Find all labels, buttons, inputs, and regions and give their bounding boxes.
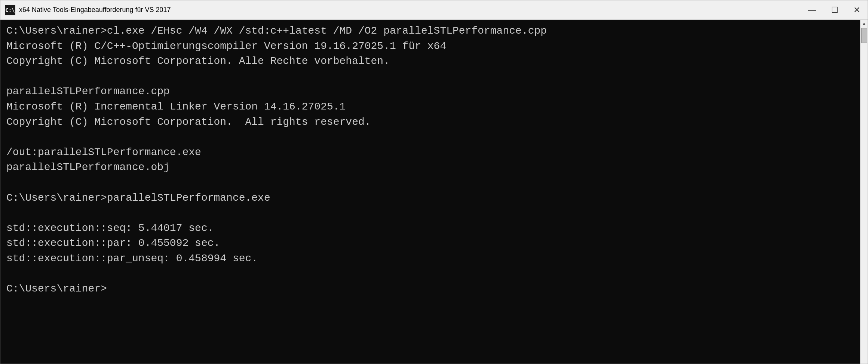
scroll-up-arrow[interactable]: ▲	[861, 20, 868, 27]
terminal-output[interactable]: C:\Users\rainer>cl.exe /EHsc /W4 /WX /st…	[0, 20, 860, 364]
window-controls: — ☐ ✕	[805, 4, 863, 16]
minimize-button[interactable]: —	[805, 4, 819, 16]
window-title: x64 Native Tools-Eingabeaufforderung für…	[19, 6, 805, 14]
window-body: C:\Users\rainer>cl.exe /EHsc /W4 /WX /st…	[0, 20, 868, 364]
main-window: C:\ x64 Native Tools-Eingabeaufforderung…	[0, 0, 868, 364]
scrollbar-thumb[interactable]	[861, 28, 867, 43]
scrollbar[interactable]: ▲	[860, 20, 868, 364]
close-button[interactable]: ✕	[850, 4, 863, 16]
maximize-button[interactable]: ☐	[828, 4, 841, 16]
title-bar: C:\ x64 Native Tools-Eingabeaufforderung…	[0, 0, 868, 20]
window-icon: C:\	[5, 5, 15, 15]
